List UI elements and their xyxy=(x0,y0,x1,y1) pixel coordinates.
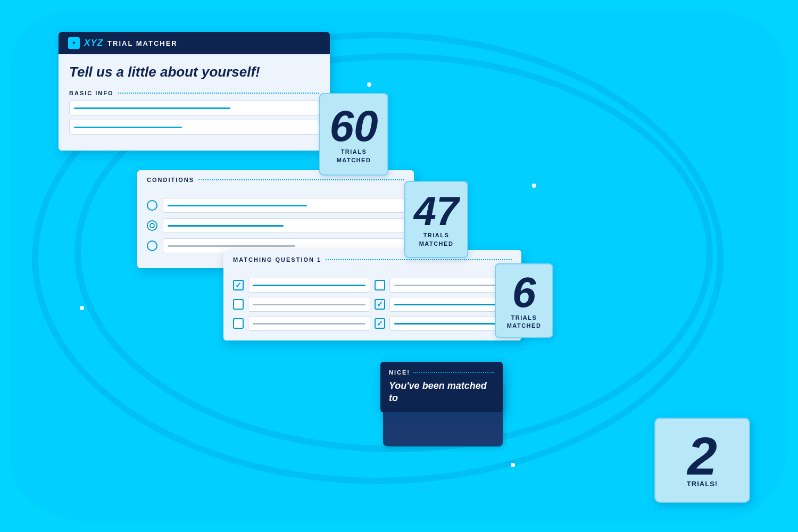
decorative-dot xyxy=(532,184,536,188)
check-option-6 xyxy=(389,316,512,331)
dotted-line-2 xyxy=(198,179,404,180)
check-option-1 xyxy=(248,278,370,293)
bubble-47-number: 47 xyxy=(414,191,459,231)
bubble-47-label: TRIALSMATCHED xyxy=(419,231,454,248)
check-line-6 xyxy=(394,323,507,325)
matching-label: MATCHING QUESTION 1 xyxy=(233,256,512,263)
bubble-60-label: TRIALSMATCHED xyxy=(337,148,371,164)
check-option-4 xyxy=(389,297,512,312)
basic-info-label: BASIC INFO xyxy=(69,90,319,96)
card-basic-info: ✦ XYZ TRIAL MATCHER Tell us a little abo… xyxy=(59,32,330,151)
radio-inner xyxy=(149,223,155,228)
card-body-3: ✓ xyxy=(223,271,521,340)
checkbox-box-2 xyxy=(375,280,385,290)
xyz-logo: XYZ xyxy=(84,38,103,48)
check-option-2 xyxy=(389,278,512,293)
check-line-1 xyxy=(253,285,365,286)
input-field-2[interactable] xyxy=(69,120,319,135)
xyz-icon: ✦ xyxy=(68,37,80,49)
bubble-2-number: 2 xyxy=(687,432,717,480)
checkmark-1: ✓ xyxy=(235,281,242,289)
nice-dotted xyxy=(413,372,494,373)
input-fill-2 xyxy=(74,127,182,128)
checkbox-box-6: ✓ xyxy=(375,318,385,329)
checkbox-box-1: ✓ xyxy=(233,280,244,290)
dotted-line-3 xyxy=(326,259,512,260)
option-line-3 xyxy=(168,245,295,247)
check-line-3 xyxy=(253,304,365,305)
card-matching-question: MATCHING QUESTION 1 ✓ xyxy=(223,250,521,340)
option-box-2 xyxy=(163,218,404,233)
bubble-6-label: TRIALSMATCHED xyxy=(507,314,542,330)
decorative-dot xyxy=(367,82,371,87)
card-nice: NICE! You've been matched to xyxy=(380,362,503,412)
checkbox-4[interactable]: ✓ xyxy=(375,297,512,312)
check-line-5 xyxy=(253,323,365,325)
dotted-line xyxy=(118,93,319,94)
checkbox-6[interactable]: ✓ xyxy=(375,316,512,331)
headline: Tell us a little about yourself! xyxy=(69,64,319,80)
input-fill-1 xyxy=(74,107,230,109)
option-line-2 xyxy=(168,225,284,227)
card-header-3: MATCHING QUESTION 1 xyxy=(223,250,521,271)
check-line-2 xyxy=(394,285,507,286)
option-line-1 xyxy=(168,205,307,206)
bubble-47-trials: 47 TRIALSMATCHED xyxy=(404,181,468,258)
bubble-6-number: 6 xyxy=(512,271,536,314)
input-field-1[interactable] xyxy=(69,101,319,115)
checkbox-5[interactable] xyxy=(233,316,370,331)
checkmark-6: ✓ xyxy=(377,319,383,328)
checkbox-grid: ✓ xyxy=(233,278,512,331)
decorative-dot xyxy=(511,463,515,467)
bubble-6-trials: 6 TRIALSMATCHED xyxy=(495,263,553,338)
decorative-dot xyxy=(80,306,84,310)
radio-circle-1 xyxy=(147,200,157,211)
radio-circle-3 xyxy=(147,240,157,251)
app-title: TRIAL MATCHER xyxy=(107,39,178,47)
checkbox-2[interactable] xyxy=(375,278,512,293)
checkmark-4: ✓ xyxy=(377,300,383,309)
conditions-label: CONDITIONS xyxy=(147,177,404,183)
bubble-2-label: TRIALS! xyxy=(687,480,718,489)
option-box-1 xyxy=(163,198,404,213)
nice-header: NICE! xyxy=(389,369,494,376)
bubble-60-trials: 60 TRIALSMATCHED xyxy=(319,93,388,176)
radio-option-1[interactable] xyxy=(147,198,404,213)
checkbox-3[interactable] xyxy=(233,297,370,312)
bubble-60-number: 60 xyxy=(329,104,378,148)
checkbox-box-3 xyxy=(233,299,244,310)
checkbox-1[interactable]: ✓ xyxy=(233,278,370,293)
card-header-1: ✦ XYZ TRIAL MATCHER xyxy=(59,32,330,54)
check-line-4 xyxy=(394,304,507,305)
radio-circle-2 xyxy=(147,220,157,231)
checkbox-box-4: ✓ xyxy=(375,299,385,310)
card-body-1: Tell us a little about yourself! BASIC I… xyxy=(59,54,330,151)
nice-body: You've been matched to xyxy=(389,380,494,405)
radio-option-2[interactable] xyxy=(147,218,404,233)
check-option-3 xyxy=(248,297,370,312)
check-option-5 xyxy=(248,316,370,331)
bubble-2-trials: 2 TRIALS! xyxy=(654,418,750,503)
checkbox-box-5 xyxy=(233,318,244,329)
